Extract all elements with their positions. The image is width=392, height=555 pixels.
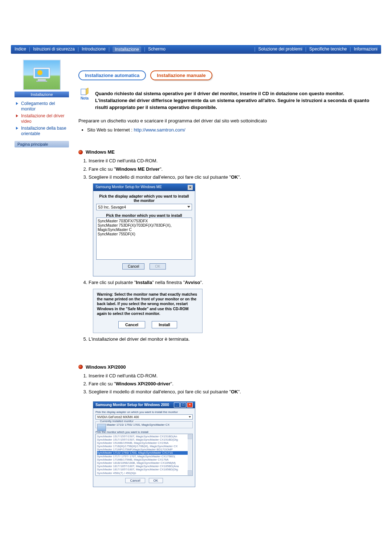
cancel-button[interactable]: Cancel: [118, 321, 145, 328]
sidebar-item-driver[interactable]: Installazione del driver video: [16, 113, 69, 125]
list-item[interactable]: SyncMaster 181T/185T/180T, MagicSyncMast…: [97, 468, 191, 471]
xp-setup-dialog: Samsung Monitor Setup for Windows 2000 _…: [93, 401, 195, 487]
sidebar: Installazione Collegamento del monitor I…: [15, 56, 69, 487]
xp-step-2: Fare clic su "Windows XP/2000-driver".: [89, 381, 370, 387]
warning-text: Warning: Select the monitor name that ex…: [97, 292, 199, 316]
xp-step-3: Scegliere il modello di monitor dall'ele…: [89, 389, 370, 395]
list-item[interactable]: SyncMaster 755DF(X): [98, 232, 191, 236]
bullet-icon: [78, 150, 83, 154]
tab-auto-install[interactable]: Installazione automatica: [78, 70, 146, 80]
sidebar-thumbnail: [23, 60, 61, 90]
sidebar-item-base[interactable]: Installazione della base orientable: [16, 125, 69, 137]
list-item[interactable]: SyncMaster 151T/155T/150T, MagicSyncMast…: [97, 438, 191, 441]
prepare-text: Preparare un dischetto vuoto e scaricare…: [78, 118, 370, 125]
scrollbar[interactable]: [188, 434, 192, 475]
tab-manual-install[interactable]: Installazione manuale: [150, 70, 212, 80]
install-button[interactable]: Install: [152, 321, 177, 328]
nav-informazioni[interactable]: Informazioni: [354, 46, 377, 52]
chevron-down-icon: [187, 206, 190, 208]
nav-istruzioni[interactable]: Istruzioni di sicurezza: [33, 46, 75, 52]
nav-introduzione[interactable]: Introduzione: [82, 46, 106, 52]
minimize-icon[interactable]: _: [174, 402, 180, 408]
list-item[interactable]: SyncMaster 151MB/155MB, MagicSyncMaster …: [97, 441, 191, 445]
me-setup-dialog: Samsung Monitor Setup for Windows ME ✕ P…: [93, 183, 195, 276]
list-item[interactable]: SyncMaster 703DFX/753DFX: [98, 219, 191, 223]
maximize-icon[interactable]: □: [180, 402, 186, 408]
me-step-3: Scegliere il modello di monitor dall'ele…: [89, 174, 370, 181]
svg-rect-4: [36, 81, 47, 82]
nav-soluzione[interactable]: Soluzione dei problemi: [258, 46, 302, 52]
list-item-selected[interactable]: SyncMaster 171S/ 175S/ 170S, MagicSyncMa…: [97, 451, 191, 454]
list-item[interactable]: SyncMaster 151T/155T/150T, MagicSyncMast…: [97, 435, 191, 438]
adapter-select[interactable]: S3 Inc. Savage4: [96, 204, 192, 210]
list-item[interactable]: SyncMaster 450b(T) / 450(N)b: [97, 471, 191, 475]
ok-button: OK: [150, 263, 166, 270]
monitor-icon: [32, 67, 52, 83]
note-text: Quando richiesto dal sistema operativo p…: [95, 90, 370, 111]
cancel-button[interactable]: Cancel: [122, 263, 144, 270]
dialog-title: Samsung Monitor Setup for Windows ME: [95, 185, 162, 190]
monitor-list[interactable]: SyncMaster 151T/155T/150T, MagicSyncMast…: [95, 434, 193, 476]
close-icon[interactable]: ✕: [188, 185, 193, 190]
svg-rect-5: [81, 89, 86, 95]
monitor-prompt: Pick the monitor which you want to insta…: [96, 213, 192, 218]
list-item[interactable]: SyncMaster 171T/ 175T/ 170T, MagicSyncMa…: [97, 455, 191, 458]
list-item[interactable]: SyncMaster 171MP/175MP,MagicSyncMaster B…: [97, 448, 191, 451]
content: Installazione automatica Installazione m…: [78, 56, 377, 487]
list-item[interactable]: SyncMaster 753DF(X)/703DF(X)/783DF(X), M…: [98, 223, 191, 232]
currently-installed-box: Currently installed monitor Master 171S/…: [95, 421, 193, 428]
bullet-icon: [78, 365, 83, 369]
me-step-5: L'installazione del driver del monitor è…: [89, 336, 370, 343]
cancel-button[interactable]: Cancel: [125, 478, 145, 483]
sidebar-item-connection[interactable]: Collegamento del monitor: [16, 100, 69, 113]
dialog-title: Samsung Monitor Setup for Windows 2000: [95, 403, 169, 407]
ok-button[interactable]: OK: [149, 478, 163, 483]
web-link-line: Sito Web su Internet : http://www.samtro…: [87, 127, 370, 133]
heading-windows-me: Windows ME: [78, 149, 370, 155]
list-item[interactable]: SyncMaster 171MB/175MB, MagicSyncMaster …: [97, 458, 191, 461]
top-nav: Indice| Istruzioni di sicurezza| Introdu…: [11, 45, 381, 54]
heading-windows-xp: Windows XP/2000: [78, 364, 370, 370]
adapter-prompt: Pick the display adapter which you want …: [96, 194, 192, 203]
warning-dialog: Warning: Select the monitor name that ex…: [93, 289, 203, 333]
monitor-icon: [97, 424, 106, 431]
sidebar-section-title: Installazione: [15, 92, 69, 97]
nav-indice[interactable]: Indice: [15, 46, 26, 52]
nav-specifiche[interactable]: Specifiche tecniche: [309, 46, 347, 52]
samtron-link[interactable]: http://www.samtron.com/: [134, 127, 185, 133]
me-step-2: Fare clic su "Windows ME Driver".: [89, 166, 370, 173]
nav-schermo[interactable]: Schermo: [148, 46, 166, 52]
sidebar-home[interactable]: Pagina principale: [15, 141, 69, 147]
svg-rect-3: [38, 79, 46, 81]
note-icon: Nota: [78, 88, 91, 100]
list-item[interactable]: SyncMaster 181B/185B/180B, MagicSyncMast…: [97, 461, 191, 465]
me-step-4: Fare clic sul pulsante "Installa" nella …: [89, 279, 370, 286]
list-item[interactable]: SyncMaster 171B(M)/175B(M)/170B(M), Magi…: [97, 445, 191, 448]
monitor-list[interactable]: SyncMaster 703DFX/753DFX SyncMaster 753D…: [96, 218, 192, 260]
list-item[interactable]: SyncMaster 181T/185T/180T, MagicSyncMast…: [97, 465, 191, 468]
me-step-1: Inserire il CD nell'unità CD-ROM.: [89, 158, 370, 164]
tabs: Installazione automatica Installazione m…: [78, 70, 370, 80]
chevron-down-icon: [189, 416, 191, 418]
close-icon[interactable]: ×: [187, 402, 193, 408]
adapter-prompt: Pick the display adapter on which you wa…: [95, 410, 193, 414]
nav-installazione[interactable]: Installazione: [113, 46, 141, 52]
adapter-select[interactable]: NVIDIA GeForce2 MX/MX 400: [95, 414, 193, 420]
monitor-prompt: Pick the monitor which you want to insta…: [95, 430, 193, 434]
xp-step-1: Inserire il CD nell'unità CD-ROM.: [89, 373, 370, 379]
list-item[interactable]: Samsung SyncMaster 510TFT: [97, 475, 191, 476]
